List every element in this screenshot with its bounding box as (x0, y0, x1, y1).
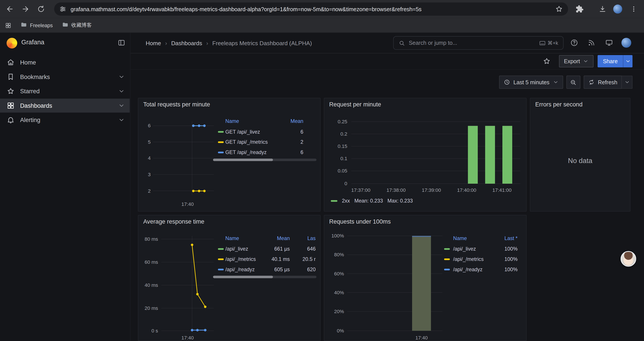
legend-column-header[interactable]: Last * (489, 235, 518, 242)
legend-series-name[interactable]: GET /api/_livez (225, 128, 260, 136)
refresh-button[interactable]: Refresh (584, 76, 622, 89)
sidebar-item-label: Bookmarks (20, 74, 50, 80)
time-range-picker[interactable]: Last 5 minutes (499, 76, 563, 89)
chevron-down-icon[interactable] (118, 88, 125, 95)
favorite-star-icon[interactable] (542, 57, 550, 65)
legend-series-name[interactable]: /api/_/metrics (225, 256, 256, 263)
chevron-down-icon[interactable] (118, 102, 125, 109)
chevron-down-icon[interactable] (118, 117, 125, 123)
legend-series-name[interactable]: 2xx (342, 198, 350, 204)
legend-column-header[interactable]: Las (287, 235, 316, 242)
bell-icon (6, 116, 15, 124)
chevron-down-icon (583, 58, 588, 64)
sidebar-item-home[interactable]: Home (0, 56, 130, 70)
panel-request-per-minute: Request per minute 0.250.20.150.10.05017… (324, 98, 526, 212)
legend-scrollbar-thumb[interactable] (213, 159, 273, 161)
panel-title[interactable]: Request per minute (329, 101, 381, 108)
bookmark-star-icon[interactable] (555, 5, 563, 13)
assistant-avatar[interactable] (620, 251, 636, 267)
legend-column-header[interactable]: Name (225, 235, 239, 242)
legend-series-name[interactable]: /api/_livez (453, 245, 476, 253)
time-series-chart: 6543217:40 (142, 115, 214, 210)
sidebar: Grafana Home Bookmarks (0, 33, 130, 341)
breadcrumb-dashboards[interactable]: Dashboards (171, 40, 202, 46)
share-button[interactable]: Share (598, 55, 623, 67)
forward-icon[interactable] (21, 5, 29, 13)
panel-errors-per-second: Errors per second No data (530, 98, 630, 212)
downloads-icon[interactable] (598, 5, 606, 13)
bookmark-item-blogs[interactable]: 收藏博客 (62, 21, 92, 29)
collapse-sidebar-icon[interactable] (118, 39, 126, 49)
profile-avatar[interactable] (613, 5, 622, 14)
legend-scrollbar-thumb[interactable] (213, 276, 273, 278)
legend-column-header[interactable]: Name (225, 118, 239, 125)
panel-title[interactable]: Total requests per minute (143, 101, 210, 108)
reload-icon[interactable] (37, 5, 45, 13)
panel-title[interactable]: Errors per second (535, 101, 582, 108)
legend-series-name[interactable]: /api/_/metrics (453, 256, 484, 263)
legend-column-header[interactable]: Mean (261, 235, 290, 242)
legend-series-name[interactable]: /api/_/readyz (225, 266, 255, 274)
x-axis-tick-label: 17:41:00 (488, 187, 516, 194)
series-color-dash (218, 269, 224, 270)
grafana-logo[interactable] (6, 38, 17, 49)
bar (412, 236, 431, 331)
legend-series-name[interactable]: GET /api/_/metrics (225, 138, 268, 146)
panel-average-response-time: Average response time 80 ms60 ms40 ms20 … (138, 215, 320, 341)
legend-inline: 2xx Mean: 0.233 Max: 0.233 (331, 198, 413, 204)
search-input[interactable]: Search or jump to... ⌘+k (393, 36, 564, 50)
legend-series-name[interactable]: GET /api/_/readyz (225, 149, 266, 157)
url-text[interactable]: grafana.mathmast.com/d/deytv4rwavabkb/fr… (70, 6, 551, 12)
search-placeholder: Search or jump to... (409, 40, 536, 46)
monitor-icon[interactable] (605, 39, 613, 47)
sidebar-item-label: Home (20, 59, 36, 66)
sidebar-item-bookmarks[interactable]: Bookmarks (0, 70, 130, 84)
grafana-app: Grafana Home Bookmarks (0, 33, 644, 341)
legend-series-name[interactable]: /api/_livez (225, 245, 248, 253)
bar (485, 126, 495, 184)
browser-toolbar: grafana.mathmast.com/d/deytv4rwavabkb/fr… (0, 0, 644, 18)
chevron-down-icon[interactable] (118, 74, 125, 80)
address-bar[interactable]: grafana.mathmast.com/d/deytv4rwavabkb/fr… (54, 3, 568, 16)
extensions-icon[interactable] (576, 5, 584, 13)
y-axis-tick-label: 0% (328, 327, 344, 334)
rss-icon[interactable] (588, 39, 596, 47)
legend-value: 6 (270, 149, 303, 157)
dashboards-grid-icon (6, 102, 15, 110)
sidebar-item-alerting[interactable]: Alerting (0, 113, 130, 127)
folder-icon (62, 21, 68, 29)
series-point (204, 329, 206, 331)
sidebar-item-dashboards[interactable]: Dashboards (0, 99, 130, 113)
legend-column-header[interactable]: Mean (275, 118, 303, 125)
legend-value: 100% (485, 266, 518, 274)
legend-series-name[interactable]: /api/_/readyz (453, 266, 482, 274)
y-axis-tick-label: 0.25 (328, 118, 347, 125)
refresh-interval-chevron[interactable] (622, 76, 632, 89)
bookmark-item-freeleaps[interactable]: Freeleaps (20, 21, 53, 29)
panel-title[interactable]: Average response time (143, 218, 204, 225)
y-axis-tick-label: 4 (142, 155, 150, 162)
apps-grid-icon[interactable] (5, 22, 12, 29)
sidebar-item-starred[interactable]: Starred (0, 84, 130, 98)
export-button[interactable]: Export (559, 55, 593, 67)
y-axis-tick-label: 6 (142, 122, 150, 129)
breadcrumb-home[interactable]: Home (146, 40, 161, 46)
legend-value: 620 (283, 266, 316, 274)
legend-column-header[interactable]: Name (453, 235, 467, 242)
series-point (203, 190, 206, 192)
zoom-out-time-button[interactable] (566, 76, 580, 89)
y-axis-tick-label: 80% (328, 251, 344, 258)
series-point (198, 190, 200, 192)
y-axis-tick-label: 2 (142, 188, 150, 194)
series-point (192, 190, 194, 192)
panel-title[interactable]: Requests under 100ms (329, 218, 391, 225)
site-settings-icon[interactable] (59, 5, 67, 13)
user-avatar[interactable] (622, 38, 631, 48)
share-menu-chevron[interactable] (623, 55, 632, 67)
legend-max-value: Max: 0.233 (388, 198, 413, 204)
bookmark-label: Freeleaps (30, 22, 53, 28)
legend-table: NameLast */api/_livez100%/api/_/metrics1… (441, 232, 521, 281)
help-icon[interactable] (570, 39, 578, 47)
menu-kebab-icon[interactable] (630, 5, 638, 13)
back-icon[interactable] (6, 5, 14, 13)
